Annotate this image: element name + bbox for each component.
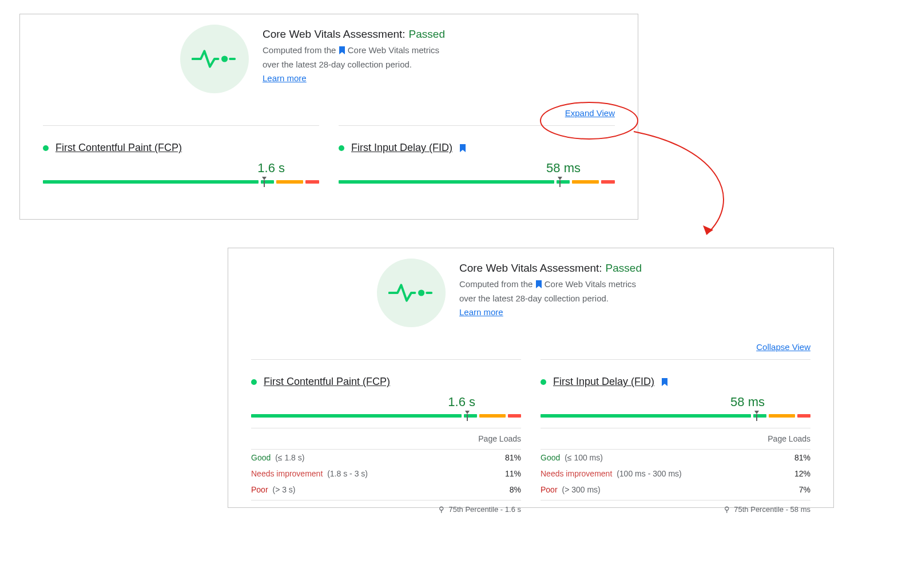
percentile-value: 1.6 s <box>505 505 521 514</box>
metrics-row: First Contentful Paint (FCP) 1.6 s Page … <box>228 359 833 514</box>
svg-point-0 <box>221 55 228 62</box>
breakdown-row: Good (≤ 1.8 s)81% <box>251 450 521 466</box>
metric-fcp-name[interactable]: First Contentful Paint (FCP) <box>55 142 182 154</box>
cwv-panel-collapsed: Core Web Vitals Assessment: Passed Compu… <box>19 14 638 220</box>
bar-seg-ni <box>769 414 795 418</box>
metric-fid: First Input Delay (FID) 58 ms <box>339 125 615 186</box>
metric-fcp-bar <box>43 178 319 186</box>
metric-fcp-value: 1.6 s <box>43 161 319 176</box>
breakdown-footer: ⚲ 75th Percentile - 58 ms <box>541 500 810 514</box>
percentile-icon: ⚲ <box>724 505 730 514</box>
metric-fid-value: 58 ms <box>339 161 615 176</box>
bar-seg-good <box>43 180 259 184</box>
metric-fcp: First Contentful Paint (FCP) 1.6 s Page … <box>251 359 521 514</box>
percentile-value: 58 ms <box>790 505 810 514</box>
percentile-icon: ⚲ <box>439 505 444 514</box>
vitals-badge <box>377 259 446 327</box>
metric-fid-name[interactable]: First Input Delay (FID) <box>553 376 654 388</box>
breakdown-pct: 11% <box>505 469 521 478</box>
breakdown-row: Needs improvement (100 ms - 300 ms)12% <box>541 466 810 482</box>
bar-seg-good <box>251 414 462 418</box>
bar-seg-poor <box>508 414 521 418</box>
metric-fid-name[interactable]: First Input Delay (FID) <box>351 142 452 154</box>
breakdown-pct: 8% <box>510 485 521 494</box>
metric-fcp-header: First Contentful Paint (FCP) <box>251 376 521 388</box>
metric-fcp-bar <box>251 412 521 420</box>
metric-fid: First Input Delay (FID) 58 ms Page Loads… <box>541 359 810 514</box>
bar-seg-good <box>339 180 554 184</box>
svg-point-2 <box>418 289 424 296</box>
assessment-title-prefix: Core Web Vitals Assessment: <box>263 28 406 41</box>
metric-fcp-name[interactable]: First Contentful Paint (FCP) <box>264 376 390 388</box>
breakdown-label: Poor (> 3 s) <box>251 485 296 494</box>
metric-fid-header: First Input Delay (FID) <box>541 376 810 388</box>
status-dot-good <box>251 379 257 385</box>
metrics-row: First Contentful Paint (FCP) 1.6 s First… <box>20 125 638 186</box>
bookmark-icon <box>661 378 668 386</box>
learn-more-link[interactable]: Learn more <box>263 73 307 83</box>
assessment-title: Core Web Vitals Assessment: Passed <box>263 28 451 41</box>
breakdown-row: Poor (> 3 s)8% <box>251 482 521 498</box>
breakdown-rows: Good (≤ 100 ms)81%Needs improvement (100… <box>541 450 810 498</box>
metric-fcp-value: 1.6 s <box>251 395 521 410</box>
assessment-header: Core Web Vitals Assessment: Passed Compu… <box>180 25 638 93</box>
breakdown-label: Poor (> 300 ms) <box>541 485 601 494</box>
cwv-panel-expanded: Core Web Vitals Assessment: Passed Compu… <box>228 248 834 508</box>
status-dot-good <box>43 145 49 151</box>
metric-fid-header: First Input Delay (FID) <box>339 142 615 154</box>
assessment-text: Core Web Vitals Assessment: Passed Compu… <box>263 25 451 93</box>
percentile-prefix: 75th Percentile - <box>449 505 503 514</box>
metric-fid-value: 58 ms <box>541 395 810 410</box>
metric-fid-breakdown: Page Loads Good (≤ 100 ms)81%Needs impro… <box>541 428 810 514</box>
status-dot-good <box>541 379 546 385</box>
bar-seg-poor <box>305 180 319 184</box>
assessment-subtitle: Computed from the Core Web Vitals metric… <box>263 44 451 71</box>
bar-seg-poor <box>797 414 810 418</box>
metric-fid-bar <box>541 412 810 420</box>
breakdown-label: Needs improvement (100 ms - 300 ms) <box>541 469 682 478</box>
bookmark-icon <box>535 279 542 292</box>
metric-fcp-header: First Contentful Paint (FCP) <box>43 142 319 154</box>
toggle-row: Collapse View <box>228 342 833 357</box>
breakdown-row: Poor (> 300 ms)7% <box>541 482 810 498</box>
breakdown-pct: 12% <box>794 469 810 478</box>
percentile-marker <box>464 411 470 421</box>
metric-fcp: First Contentful Paint (FCP) 1.6 s <box>43 125 319 186</box>
breakdown-footer: ⚲ 75th Percentile - 1.6 s <box>251 500 521 514</box>
breakdown-label: Good (≤ 1.8 s) <box>251 453 304 462</box>
assessment-title: Core Web Vitals Assessment: Passed <box>459 262 648 275</box>
breakdown-pct: 81% <box>505 453 521 462</box>
bookmark-icon <box>459 144 466 152</box>
expand-view-link[interactable]: Expand View <box>565 108 615 118</box>
vitals-badge <box>180 25 249 93</box>
status-dot-good <box>339 145 344 151</box>
assessment-header: Core Web Vitals Assessment: Passed Compu… <box>377 259 833 327</box>
toggle-row: Expand View <box>20 108 638 123</box>
learn-more-link[interactable]: Learn more <box>459 307 503 317</box>
breakdown-row: Good (≤ 100 ms)81% <box>541 450 810 466</box>
breakdown-header: Page Loads <box>541 428 810 450</box>
bar-seg-ni <box>572 180 599 184</box>
breakdown-rows: Good (≤ 1.8 s)81%Needs improvement (1.8 … <box>251 450 521 498</box>
breakdown-label: Good (≤ 100 ms) <box>541 453 603 462</box>
bookmark-icon <box>339 45 345 58</box>
percentile-marker <box>261 177 267 187</box>
percentile-marker <box>754 411 760 421</box>
percentile-marker <box>557 177 563 187</box>
breakdown-pct: 81% <box>794 453 810 462</box>
breakdown-label: Needs improvement (1.8 s - 3 s) <box>251 469 368 478</box>
collapse-view-link[interactable]: Collapse View <box>756 342 810 352</box>
vitals-icon <box>388 281 434 304</box>
metric-fcp-breakdown: Page Loads Good (≤ 1.8 s)81%Needs improv… <box>251 428 521 514</box>
assessment-status: Passed <box>606 262 642 275</box>
assessment-subtitle-a: Computed from the <box>263 45 336 55</box>
breakdown-header: Page Loads <box>251 428 521 450</box>
breakdown-row: Needs improvement (1.8 s - 3 s)11% <box>251 466 521 482</box>
bar-seg-good <box>541 414 751 418</box>
bar-seg-ni <box>276 180 303 184</box>
bar-seg-poor <box>601 180 615 184</box>
percentile-prefix: 75th Percentile - <box>734 505 788 514</box>
breakdown-pct: 7% <box>799 485 810 494</box>
vitals-icon <box>192 47 237 70</box>
assessment-subtitle: Computed from the Core Web Vitals metric… <box>459 278 648 305</box>
